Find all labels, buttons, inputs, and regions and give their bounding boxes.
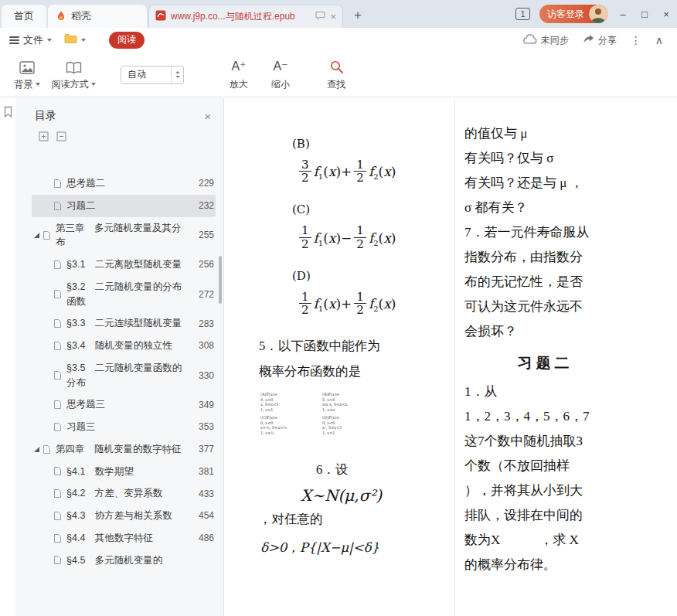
tab-home[interactable]: 首页 <box>2 5 46 28</box>
tab-document[interactable]: www.j9p.co...与随机过程.epub × <box>148 5 343 28</box>
expand-triangle-icon[interactable] <box>32 446 43 453</box>
background-label: 背景 <box>15 78 33 91</box>
sidebar-scrollbar[interactable] <box>219 256 222 304</box>
section-heading: 习题二 <box>464 353 626 373</box>
chevron-down-icon <box>47 39 52 42</box>
tab-count-icon[interactable]: 1 <box>515 8 530 20</box>
toc-item-label: 思考题三 <box>66 397 192 412</box>
read-layout-tool[interactable]: 阅读方式 <box>48 59 99 91</box>
read-mode-label: 阅读 <box>117 34 136 45</box>
page-left-column: (B)32f1(x)+12f2(x)(C)12f1(x)−12f2(x)(D)1… <box>225 98 454 616</box>
toc-item-label: §4.5 多元随机变量的 <box>66 553 192 568</box>
share-icon <box>583 33 594 47</box>
read-mode-badge[interactable]: 阅读 <box>109 32 145 49</box>
folder-icon <box>64 33 77 47</box>
zoom-out-icon: A⁻ <box>273 59 287 74</box>
text-line: 排队，设排在中间的 <box>464 503 657 528</box>
tab-docer[interactable]: 稻壳 <box>48 5 147 28</box>
expand-triangle-icon[interactable] <box>32 232 43 239</box>
text-line: 有关吗？仅与 σ <box>464 146 657 171</box>
toc-item[interactable]: §4.2 方差、变异系数433 <box>32 482 216 505</box>
new-tab-button[interactable]: + <box>348 5 368 26</box>
collapse-all-icon[interactable] <box>56 131 66 145</box>
toc-item[interactable]: 习题二232 <box>32 195 216 217</box>
toc-item-page: 229 <box>192 178 214 189</box>
menu-bar: 文件 阅读 未同步 分享 ⋮ ∧ <box>0 28 677 53</box>
toc-item-label: §3.3 二元连续型随机变量 <box>66 316 192 331</box>
login-label: 访客登录 <box>547 8 584 21</box>
toc-item[interactable]: §4.5 多元随机变量的 <box>32 550 216 572</box>
page-icon <box>53 201 66 211</box>
visitor-login-button[interactable]: 访客登录 <box>539 5 607 23</box>
formula-line: 12f1(x)−12f2(x) <box>297 224 442 250</box>
more-menu-icon[interactable]: ⋮ <box>631 34 641 46</box>
maximize-button[interactable]: □ <box>638 9 651 20</box>
zoom-out-tool[interactable]: A⁻ 缩小 <box>260 59 301 91</box>
math-line: δ>0，P{|X−μ|<δ} <box>260 539 442 556</box>
toc-item-page: 256 <box>192 259 214 270</box>
text-line: 会损坏？ <box>464 319 657 344</box>
zoom-in-tool[interactable]: A⁺ 放大 <box>218 59 260 91</box>
page-icon <box>53 533 66 543</box>
toc-item[interactable]: §4.3 协方差与相关系数454 <box>32 505 216 527</box>
collapse-toolbar-icon[interactable]: ∧ <box>655 34 663 46</box>
tab-close-icon[interactable]: × <box>330 11 336 22</box>
zoom-out-label: 缩小 <box>271 78 290 91</box>
toc-item[interactable]: 第四章 随机变量的数字特征377 <box>32 438 216 461</box>
toc-item[interactable]: §3.5 二元随机变量函数的分布330 <box>32 357 216 394</box>
toc-item-page: 454 <box>192 510 214 521</box>
sidebar-close-icon[interactable]: × <box>204 110 211 123</box>
text-line: σ 都有关？ <box>464 196 657 220</box>
share-button[interactable]: 分享 <box>583 33 617 47</box>
toc-item[interactable]: §3.1 二元离散型随机变量256 <box>32 254 216 276</box>
figure-cell: (A)F(x)= 0, x<0 x, 0≤x<1 1, x≥1 <box>260 392 316 414</box>
file-menu[interactable]: 文件 <box>9 33 52 47</box>
text-line: 的值仅与 μ <box>464 121 657 146</box>
toc-item[interactable]: §3.4 随机变量的独立性308 <box>32 335 216 357</box>
minimize-button[interactable]: – <box>617 9 629 20</box>
toc-item-label: §4.4 其他数字特征 <box>66 531 192 546</box>
toc-item[interactable]: §3.3 二元连续型随机变量283 <box>32 312 216 335</box>
toc-item-label: §3.5 二元随机变量函数的分布 <box>66 361 192 390</box>
toc-item-label: §3.1 二元离散型随机变量 <box>66 257 192 272</box>
hamburger-icon <box>9 35 19 46</box>
window-close-button[interactable]: × <box>660 9 672 20</box>
zoom-select[interactable]: 自动 <box>121 66 184 84</box>
formula-line: 12f1(x)+12f2(x) <box>297 291 442 316</box>
spinner-arrows-icon[interactable] <box>171 66 183 83</box>
bookmark-icon[interactable] <box>3 106 13 121</box>
toc-item[interactable]: §4.4 其他数字特征486 <box>32 527 216 550</box>
text-line: 5．以下函数中能作为 <box>259 333 442 359</box>
background-tool[interactable]: 背景 <box>6 59 48 91</box>
chevron-down-icon <box>36 83 40 86</box>
toc-item[interactable]: 习题三353 <box>32 416 216 438</box>
toc-item[interactable]: 思考题二229 <box>32 172 216 195</box>
page-icon <box>43 230 56 240</box>
avatar <box>589 5 607 23</box>
text-line: 1，2，3，4，5，6，7 <box>464 404 657 429</box>
toc-item[interactable]: §4.1 数学期望381 <box>32 461 216 483</box>
text-line: 个数（不放回抽样 <box>464 454 657 478</box>
find-tool[interactable]: 查找 <box>315 59 357 91</box>
toc-item[interactable]: 第三章 多元随机变量及其分布255 <box>32 217 216 254</box>
toc-item-page: 486 <box>192 533 214 543</box>
left-strip <box>0 98 15 616</box>
sync-status[interactable]: 未同步 <box>523 33 569 47</box>
option-label: (B) <box>292 137 442 151</box>
folder-menu[interactable] <box>64 33 86 47</box>
toc-item-label: 第四章 随机变量的数字特征 <box>56 442 192 457</box>
toc-item[interactable]: §3.2 二元随机变量的分布函数272 <box>32 276 216 313</box>
option-label: (C) <box>292 202 442 216</box>
zoom-in-icon: A⁺ <box>231 59 246 74</box>
share-label: 分享 <box>598 34 617 47</box>
expand-all-icon[interactable] <box>39 131 49 145</box>
page-icon <box>53 260 66 270</box>
comment-bubble-icon <box>315 11 325 22</box>
text-line: ，对任意的 <box>259 506 442 532</box>
math-line: X∼N(μ,σ²) <box>301 485 442 506</box>
toc-item-label: 习题二 <box>66 199 192 213</box>
toc-item[interactable]: 思考题三349 <box>32 393 216 416</box>
book-layout-icon <box>66 59 82 74</box>
page-icon <box>43 444 56 454</box>
toc-list: 思考题二229习题二232第三章 多元随机变量及其分布255§3.1 二元离散型… <box>15 163 223 616</box>
